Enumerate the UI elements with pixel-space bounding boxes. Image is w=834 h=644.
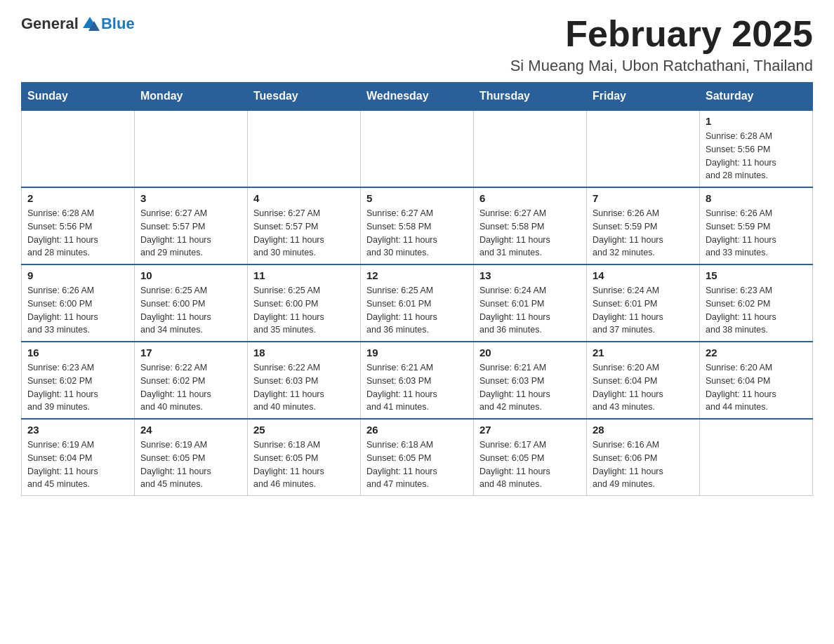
- day-info: Sunrise: 6:17 AMSunset: 6:05 PMDaylight:…: [479, 438, 581, 491]
- calendar-header-row: Sunday Monday Tuesday Wednesday Thursday…: [22, 83, 813, 111]
- day-number: 20: [479, 347, 581, 358]
- week-row-5: 23Sunrise: 6:19 AMSunset: 6:04 PMDayligh…: [22, 419, 813, 496]
- day-info: Sunrise: 6:24 AMSunset: 6:01 PMDaylight:…: [593, 284, 694, 337]
- day-info: Sunrise: 6:28 AMSunset: 5:56 PMDaylight:…: [706, 130, 807, 182]
- day-number: 17: [140, 347, 241, 358]
- day-number: 5: [366, 192, 468, 204]
- calendar-cell: 12Sunrise: 6:25 AMSunset: 6:01 PMDayligh…: [361, 264, 474, 342]
- col-tuesday: Tuesday: [248, 83, 361, 111]
- day-info: Sunrise: 6:27 AMSunset: 5:57 PMDaylight:…: [253, 207, 355, 260]
- day-number: 21: [593, 347, 694, 358]
- day-info: Sunrise: 6:18 AMSunset: 6:05 PMDaylight:…: [366, 438, 468, 491]
- calendar-cell: 3Sunrise: 6:27 AMSunset: 5:57 PMDaylight…: [135, 187, 248, 264]
- day-number: 8: [706, 192, 807, 204]
- day-info: Sunrise: 6:25 AMSunset: 6:00 PMDaylight:…: [140, 284, 241, 337]
- calendar-cell: 27Sunrise: 6:17 AMSunset: 6:05 PMDayligh…: [474, 419, 587, 496]
- day-info: Sunrise: 6:16 AMSunset: 6:06 PMDaylight:…: [593, 438, 694, 491]
- calendar-cell: 28Sunrise: 6:16 AMSunset: 6:06 PMDayligh…: [587, 419, 700, 496]
- day-number: 9: [27, 269, 128, 281]
- page-header: General Blue February 2025 Si Mueang Mai…: [21, 14, 813, 75]
- day-number: 2: [27, 192, 128, 204]
- day-info: Sunrise: 6:27 AMSunset: 5:58 PMDaylight:…: [366, 207, 468, 260]
- day-info: Sunrise: 6:27 AMSunset: 5:57 PMDaylight:…: [140, 207, 241, 260]
- day-info: Sunrise: 6:22 AMSunset: 6:03 PMDaylight:…: [253, 361, 355, 414]
- calendar-cell: 13Sunrise: 6:24 AMSunset: 6:01 PMDayligh…: [474, 264, 587, 342]
- title-block: February 2025 Si Mueang Mai, Ubon Ratcha…: [510, 14, 813, 75]
- day-info: Sunrise: 6:24 AMSunset: 6:01 PMDaylight:…: [479, 284, 581, 337]
- calendar-cell: [248, 110, 361, 187]
- calendar-cell: [700, 419, 813, 496]
- calendar-cell: [361, 110, 474, 187]
- calendar-cell: 17Sunrise: 6:22 AMSunset: 6:02 PMDayligh…: [135, 342, 248, 419]
- calendar-cell: [135, 110, 248, 187]
- day-number: 6: [479, 192, 581, 204]
- day-info: Sunrise: 6:22 AMSunset: 6:02 PMDaylight:…: [140, 361, 241, 414]
- day-info: Sunrise: 6:28 AMSunset: 5:56 PMDaylight:…: [27, 207, 128, 260]
- calendar-title: February 2025: [510, 14, 813, 54]
- calendar-cell: 8Sunrise: 6:26 AMSunset: 5:59 PMDaylight…: [700, 187, 813, 264]
- day-number: 28: [593, 424, 694, 436]
- col-friday: Friday: [587, 83, 700, 111]
- logo: General Blue: [21, 14, 135, 34]
- col-wednesday: Wednesday: [361, 83, 474, 111]
- calendar-cell: 22Sunrise: 6:20 AMSunset: 6:04 PMDayligh…: [700, 342, 813, 419]
- calendar-cell: 24Sunrise: 6:19 AMSunset: 6:05 PMDayligh…: [135, 419, 248, 496]
- col-saturday: Saturday: [700, 83, 813, 111]
- day-info: Sunrise: 6:27 AMSunset: 5:58 PMDaylight:…: [479, 207, 581, 260]
- week-row-1: 1Sunrise: 6:28 AMSunset: 5:56 PMDaylight…: [22, 110, 813, 187]
- week-row-4: 16Sunrise: 6:23 AMSunset: 6:02 PMDayligh…: [22, 342, 813, 419]
- day-number: 4: [253, 192, 355, 204]
- day-info: Sunrise: 6:20 AMSunset: 6:04 PMDaylight:…: [706, 361, 807, 414]
- day-number: 26: [366, 424, 468, 436]
- calendar-cell: 11Sunrise: 6:25 AMSunset: 6:00 PMDayligh…: [248, 264, 361, 342]
- calendar-cell: 23Sunrise: 6:19 AMSunset: 6:04 PMDayligh…: [22, 419, 135, 496]
- calendar-cell: 5Sunrise: 6:27 AMSunset: 5:58 PMDaylight…: [361, 187, 474, 264]
- day-info: Sunrise: 6:25 AMSunset: 6:01 PMDaylight:…: [366, 284, 468, 337]
- day-info: Sunrise: 6:23 AMSunset: 6:02 PMDaylight:…: [706, 284, 807, 337]
- calendar-cell: [474, 110, 587, 187]
- day-info: Sunrise: 6:23 AMSunset: 6:02 PMDaylight:…: [27, 361, 128, 414]
- calendar-cell: 18Sunrise: 6:22 AMSunset: 6:03 PMDayligh…: [248, 342, 361, 419]
- day-number: 10: [140, 269, 241, 281]
- week-row-3: 9Sunrise: 6:26 AMSunset: 6:00 PMDaylight…: [22, 264, 813, 342]
- day-info: Sunrise: 6:26 AMSunset: 6:00 PMDaylight:…: [27, 284, 128, 337]
- day-number: 7: [593, 192, 694, 204]
- day-number: 16: [27, 347, 128, 358]
- day-info: Sunrise: 6:19 AMSunset: 6:05 PMDaylight:…: [140, 438, 241, 491]
- calendar-cell: 9Sunrise: 6:26 AMSunset: 6:00 PMDaylight…: [22, 264, 135, 342]
- calendar-cell: 14Sunrise: 6:24 AMSunset: 6:01 PMDayligh…: [587, 264, 700, 342]
- day-number: 25: [253, 424, 355, 436]
- calendar-cell: 21Sunrise: 6:20 AMSunset: 6:04 PMDayligh…: [587, 342, 700, 419]
- calendar-cell: 10Sunrise: 6:25 AMSunset: 6:00 PMDayligh…: [135, 264, 248, 342]
- day-info: Sunrise: 6:19 AMSunset: 6:04 PMDaylight:…: [27, 438, 128, 491]
- day-number: 19: [366, 347, 468, 358]
- day-info: Sunrise: 6:25 AMSunset: 6:00 PMDaylight:…: [253, 284, 355, 337]
- day-info: Sunrise: 6:21 AMSunset: 6:03 PMDaylight:…: [479, 361, 581, 414]
- col-monday: Monday: [135, 83, 248, 111]
- calendar-cell: 2Sunrise: 6:28 AMSunset: 5:56 PMDaylight…: [22, 187, 135, 264]
- calendar-cell: [22, 110, 135, 187]
- calendar-cell: 15Sunrise: 6:23 AMSunset: 6:02 PMDayligh…: [700, 264, 813, 342]
- day-info: Sunrise: 6:26 AMSunset: 5:59 PMDaylight:…: [706, 207, 807, 260]
- calendar-subtitle: Si Mueang Mai, Ubon Ratchathani, Thailan…: [510, 57, 813, 75]
- day-number: 22: [706, 347, 807, 358]
- day-info: Sunrise: 6:26 AMSunset: 5:59 PMDaylight:…: [593, 207, 694, 260]
- logo-text-blue: Blue: [101, 15, 135, 33]
- calendar-cell: 19Sunrise: 6:21 AMSunset: 6:03 PMDayligh…: [361, 342, 474, 419]
- day-info: Sunrise: 6:21 AMSunset: 6:03 PMDaylight:…: [366, 361, 468, 414]
- day-number: 23: [27, 424, 128, 436]
- day-number: 3: [140, 192, 241, 204]
- col-sunday: Sunday: [22, 83, 135, 111]
- day-number: 12: [366, 269, 468, 281]
- calendar-cell: 26Sunrise: 6:18 AMSunset: 6:05 PMDayligh…: [361, 419, 474, 496]
- calendar-cell: 16Sunrise: 6:23 AMSunset: 6:02 PMDayligh…: [22, 342, 135, 419]
- day-number: 14: [593, 269, 694, 281]
- calendar-cell: 4Sunrise: 6:27 AMSunset: 5:57 PMDaylight…: [248, 187, 361, 264]
- calendar-cell: 7Sunrise: 6:26 AMSunset: 5:59 PMDaylight…: [587, 187, 700, 264]
- day-number: 18: [253, 347, 355, 358]
- week-row-2: 2Sunrise: 6:28 AMSunset: 5:56 PMDaylight…: [22, 187, 813, 264]
- calendar-cell: 25Sunrise: 6:18 AMSunset: 6:05 PMDayligh…: [248, 419, 361, 496]
- calendar-cell: [587, 110, 700, 187]
- col-thursday: Thursday: [474, 83, 587, 111]
- logo-text-general: General: [21, 15, 79, 33]
